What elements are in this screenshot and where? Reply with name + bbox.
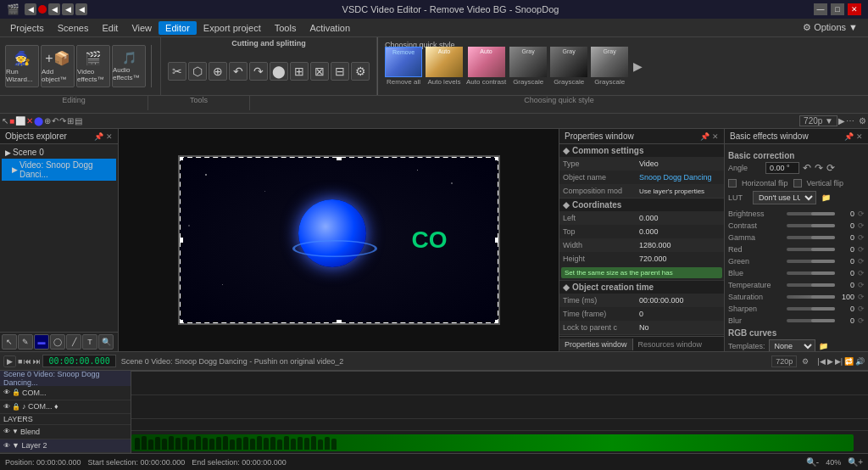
track-visibility-layer2[interactable]: 👁 [3, 442, 10, 450]
ct-move[interactable]: ⊕ [44, 116, 51, 126]
video-effects-button[interactable]: 🎬 Video effects™ [76, 45, 110, 87]
tl-fwd[interactable]: ⏭ [33, 357, 41, 366]
cut-tool-8[interactable]: ⊠ [310, 62, 329, 81]
prop-common-header[interactable]: ◆ Common settings [559, 144, 724, 157]
be-lut-load[interactable]: 📁 [821, 193, 831, 202]
ct-fwd[interactable]: ↷ [59, 116, 66, 126]
tl-next-frame[interactable]: ▶| [835, 357, 843, 366]
qs-auto-levels[interactable]: Auto Auto levels [426, 47, 463, 86]
track-audio[interactable]: 👁 🔒 ♪ COM... ♦ [0, 400, 131, 415]
tb-icon-4[interactable]: ◀ [75, 3, 87, 15]
track-visibility-audio[interactable]: 👁 [3, 403, 10, 411]
menu-tools[interactable]: Tools [268, 21, 303, 35]
menu-editor[interactable]: Editor [159, 21, 197, 35]
qs-remove-all[interactable]: Remove Remove all [385, 47, 422, 86]
cut-tool-4[interactable]: ↶ [229, 62, 248, 81]
lt-text[interactable]: T [82, 334, 97, 350]
be-rotate-cw[interactable]: ↶ [803, 162, 811, 174]
tl-loop[interactable]: 🔁 [844, 357, 854, 366]
tl-stop[interactable]: ■ [18, 357, 22, 366]
zoom-out-button[interactable]: 🔍- [806, 457, 819, 467]
lt-cursor[interactable]: ↖ [2, 334, 17, 350]
be-blue-reset[interactable]: ⟳ [858, 269, 865, 277]
be-rotate-ccw[interactable]: ↷ [815, 162, 823, 174]
track-lock-audio[interactable]: 🔒 [12, 403, 20, 411]
tl-resolution[interactable]: 720p [771, 355, 797, 367]
be-gamma-slider[interactable] [787, 236, 835, 239]
qs-grayscale-2[interactable]: Gray Grayscale [550, 47, 587, 86]
cut-tool-9[interactable]: ⊟ [331, 62, 349, 81]
be-templates-select[interactable]: None [769, 339, 815, 351]
tb-icon-3[interactable]: ◀ [62, 3, 74, 15]
tb-icon-1[interactable]: ◀ [25, 3, 36, 15]
ct-zoom[interactable]: 720p ▼ [799, 115, 837, 126]
be-lut-select[interactable]: Don't use LUT [753, 191, 816, 204]
be-sat-slider[interactable] [787, 295, 835, 299]
be-curves-icon[interactable]: 📁 [819, 342, 828, 350]
ct-arrow[interactable]: ↖ [2, 116, 8, 126]
tab-resources-window[interactable]: Resources window [633, 339, 708, 350]
cut-tool-5[interactable]: ↷ [249, 62, 268, 81]
oe-scene0[interactable]: ▶ Scene 0 [2, 146, 116, 159]
lt-pen[interactable]: ✎ [18, 334, 33, 350]
qs-grayscale-3[interactable]: Gray Grayscale [591, 47, 628, 86]
be-brightness-reset[interactable]: ⟳ [858, 210, 865, 218]
be-green-reset[interactable]: ⟳ [858, 257, 865, 266]
menu-export[interactable]: Export project [197, 21, 268, 35]
qs-arrow-right[interactable]: ▶ [633, 59, 643, 73]
be-red-slider[interactable] [787, 248, 835, 251]
ct-grid[interactable]: ⊞ [67, 116, 74, 126]
track-com[interactable]: 👁 🔒 COM... [0, 386, 131, 400]
ct-layers[interactable]: ▤ [75, 116, 82, 126]
tab-properties-window[interactable]: Properties window [559, 339, 633, 350]
video-track-bar[interactable] [131, 434, 854, 451]
be-blue-slider[interactable] [787, 271, 835, 275]
minimize-button[interactable]: — [814, 3, 827, 15]
be-gamma-reset[interactable]: ⟳ [858, 233, 865, 242]
be-contrast-reset[interactable]: ⟳ [858, 221, 865, 230]
be-green-slider[interactable] [787, 260, 835, 263]
cut-tool-3[interactable]: ⊕ [209, 62, 227, 81]
track-visibility-com[interactable]: 👁 [3, 389, 10, 396]
ct-stop[interactable]: ■ [9, 116, 14, 126]
be-pin[interactable]: 📌 ✕ [844, 132, 863, 141]
be-sat-reset[interactable]: ⟳ [858, 293, 865, 301]
lt-line[interactable]: ╱ [66, 334, 81, 350]
menu-edit[interactable]: Edit [95, 21, 125, 35]
ct-settings[interactable]: ⚙ [859, 116, 866, 126]
be-temp-slider[interactable] [787, 283, 835, 287]
be-vflip-checkbox[interactable] [793, 179, 802, 187]
lt-ellipse[interactable]: ◯ [50, 334, 65, 350]
be-brightness-slider[interactable] [787, 212, 835, 215]
be-reset-angle[interactable]: ⟳ [826, 162, 835, 174]
menu-view[interactable]: View [125, 21, 159, 35]
track-blend[interactable]: 👁 ▼ Blend [0, 425, 131, 439]
track-layer2[interactable]: 👁 ▼ Layer 2 [0, 439, 131, 454]
menu-projects[interactable]: Projects [3, 21, 51, 35]
ct-more[interactable]: ⋯ [846, 116, 854, 126]
tl-play[interactable]: ▶ [3, 355, 16, 367]
qs-auto-contrast[interactable]: Auto Auto contrast [466, 47, 506, 86]
audio-effects-button[interactable]: 🎵 Audio effects™ [112, 45, 146, 87]
tl-back[interactable]: ⏮ [24, 357, 31, 366]
prop-coords-header[interactable]: ◆ Coordinates [559, 199, 724, 211]
cut-tool-1[interactable]: ✂ [168, 62, 186, 81]
lt-zoom[interactable]: 🔍 [98, 334, 114, 350]
be-sharpen-reset[interactable]: ⟳ [858, 305, 865, 313]
ct-box[interactable]: ⬜ [15, 116, 25, 126]
be-temp-reset[interactable]: ⟳ [858, 281, 865, 289]
menu-scenes[interactable]: Scenes [51, 21, 96, 35]
zoom-in-button[interactable]: 🔍+ [848, 457, 863, 467]
be-blur-slider[interactable] [787, 319, 835, 322]
ct-cross[interactable]: ✕ [26, 116, 33, 126]
menu-activation[interactable]: Activation [303, 21, 357, 35]
be-hflip-checkbox[interactable] [728, 179, 737, 187]
be-angle-input[interactable]: 0.00 ° [765, 162, 799, 174]
oe-pin[interactable]: 📌 ✕ [94, 132, 113, 141]
ct-play[interactable]: ▶ [838, 116, 845, 126]
ct-back[interactable]: ↶ [52, 116, 58, 126]
run-wizard-button[interactable]: 🧙 Run Wizard... [5, 45, 39, 87]
tl-prev-frame[interactable]: |◀ [817, 357, 825, 366]
add-object-button[interactable]: +📦 Add object™ [41, 45, 75, 87]
tb-icon-2[interactable]: ◀ [48, 3, 60, 15]
